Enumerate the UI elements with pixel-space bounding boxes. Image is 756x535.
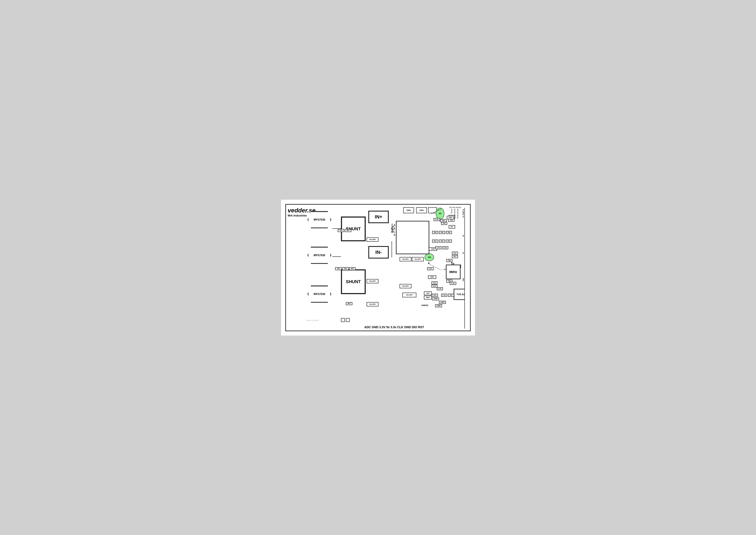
r100n-1: 100n (447, 216, 454, 219)
r2k2-1: 2k2 (441, 222, 447, 225)
mosfet-2: IRFS7530 (308, 247, 331, 264)
r2-2u-7: 2.2u (437, 287, 443, 290)
r39k-left-3: 39k (342, 267, 349, 270)
oval-10k: 10k (424, 253, 434, 261)
r100r-2: 100R (439, 301, 446, 304)
shunt-2: SHUNT (341, 269, 366, 294)
page: vedder.se Mrk Industries IRFS7530 IRFS75… (281, 200, 475, 336)
led-comp: LED (424, 291, 432, 295)
wire-h1 (332, 228, 341, 229)
in-plus: IN+ (368, 211, 389, 223)
main-ic-block (396, 221, 429, 254)
svg-marker-3 (391, 226, 395, 229)
r2-2u-2: 2.2u (435, 246, 441, 249)
r2k2-bot-1: 2k2 (432, 294, 438, 297)
r4n7-2: 4n7 (449, 225, 455, 229)
mosfet-3: IRFS7530 (308, 286, 331, 303)
c10u-50v-6: 10u,50V (366, 302, 378, 306)
r2-2u-5: 2.2u (431, 281, 438, 284)
header-gnd: GND (463, 278, 464, 281)
r2k2-row-2: 2k2 (439, 239, 445, 242)
r2-2u-4: 2.2u (427, 267, 434, 270)
c10u-50v-2: 10u,50V (399, 257, 411, 261)
r2-2u-1: 2.2u (434, 218, 440, 221)
green-label: GREEN (421, 304, 428, 306)
header-resistors-1: 10k 2k2 10k 2k2 (457, 209, 458, 219)
r100r-3: 100R (435, 304, 442, 307)
r2k2-row-1: 2k2 (432, 239, 438, 242)
header-h3: H3 (463, 252, 464, 254)
c10u-50v-3: 10u,50V (412, 257, 424, 261)
r4r7-3: 4R7 (346, 302, 352, 305)
r2-2u-6: 2.2u (431, 285, 438, 288)
bottom-label: ADC GND 3.3V 5v 3.3v CLK GND DIO RST (325, 325, 464, 329)
cap-15u-100v: 10u,50V (402, 293, 417, 297)
r39k-a1: 39k (432, 231, 438, 234)
r2k2-bot-2: 2k2 (448, 294, 454, 297)
connector-hole-2 (346, 318, 350, 322)
r2k2-row-3: 2k2 (446, 239, 452, 242)
r4r7-1: 4R7 (345, 229, 351, 232)
r100r-1: 100R (432, 297, 439, 300)
circuit-board: vedder.se Mrk Industries IRFS7530 IRFS75… (285, 204, 471, 331)
r15p-1: 15p (446, 259, 452, 262)
c10u-50v-5: 10u,50V (399, 284, 411, 288)
r4n7-4: 4n7 (452, 255, 458, 258)
mosfet-1: IRFS7530 (308, 211, 331, 228)
c10u-50v-1: 10u,50V (366, 238, 378, 242)
rect-placeholder-1 (428, 207, 437, 213)
r39k-group-a: 39k (440, 219, 446, 222)
wire-h2 (332, 256, 341, 257)
crystal-8mhz: 8MHz (446, 265, 461, 279)
cap-100u-1: 100u (403, 207, 414, 213)
red-comp: RED (424, 296, 432, 299)
r2-2u-bot: 2.2u (450, 282, 456, 285)
r330k: 330k (428, 275, 436, 279)
header-h2: H2 (463, 235, 464, 237)
r39k-left-1: 39k (338, 229, 344, 232)
r4r7-2: 4R7 (349, 267, 356, 270)
header-resistors-2: 10k 2k2 10k 2k2 (454, 209, 455, 219)
r39k-a3: 39k (446, 231, 452, 234)
cap-100u-2: 100u (416, 207, 427, 213)
header-pins-block (464, 208, 470, 329)
header-resistors-3: 10k 2k2 (451, 209, 452, 214)
wire-v1 (392, 241, 392, 258)
connector-hole-1 (341, 318, 345, 322)
to-label: To (451, 262, 454, 265)
r39k-a2: 39k (439, 231, 445, 234)
r4n7-3: 4n7 (452, 252, 458, 255)
watermark: vedder.se / mrk industries (307, 320, 319, 321)
diode-symbol (391, 226, 395, 236)
r39k-left-2: 39k (335, 267, 341, 270)
r2-2u-8: 2.2u (441, 294, 447, 297)
r2-2u-3: 2.2u (442, 246, 448, 249)
in-minus: IN- (368, 246, 389, 259)
do-not-mount-label-1: Do not mount (449, 206, 461, 209)
c10u-50v-4: 10u,50V (366, 279, 378, 283)
header-h1-temp: H1 TEMP 5v (463, 209, 464, 217)
